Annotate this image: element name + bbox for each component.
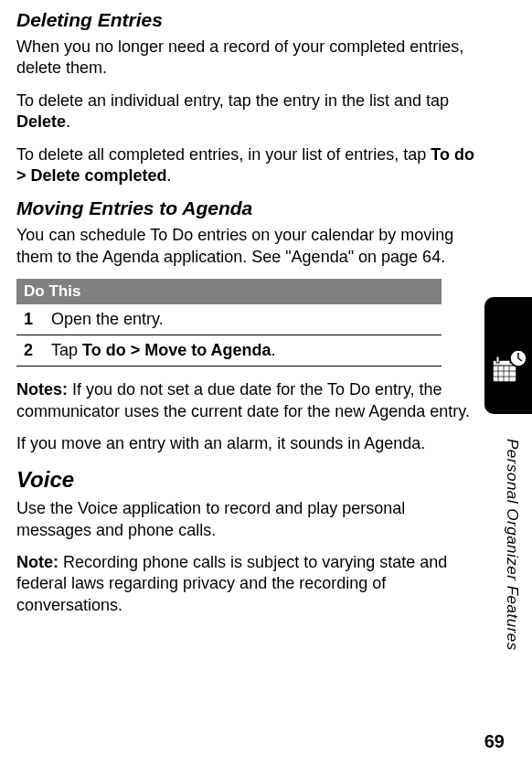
para-delete-individual: To delete an individual entry, tap the e… (16, 90, 478, 133)
heading-moving-entries: Moving Entries to Agenda (16, 197, 478, 219)
text-fragment: To delete all completed entries, in your… (16, 145, 431, 164)
notes-label: Notes: (16, 380, 68, 398)
heading-voice: Voice (16, 467, 478, 493)
para-voice-intro: Use the Voice application to record and … (16, 498, 478, 541)
step-text: Tap To do > Move to Agenda. (44, 335, 442, 367)
para-moving-intro: You can schedule To Do entries on your c… (16, 225, 478, 268)
text-delete-bold: Delete (16, 112, 66, 131)
note-label: Note: (16, 553, 59, 571)
notes-text: If you do not set a due date for the To … (16, 380, 470, 420)
heading-deleting-entries: Deleting Entries (16, 9, 478, 31)
step-number: 1 (16, 304, 44, 335)
steps-table: Do This 1 Open the entry. 2 Tap To do > … (16, 279, 442, 367)
calendar-stopwatch-icon (489, 347, 529, 388)
note-text: Recording phone calls is subject to vary… (16, 553, 447, 614)
vertical-section-label: Personal Organizer Features (503, 439, 521, 651)
page-number: 69 (484, 731, 505, 752)
steps-table-header: Do This (16, 279, 442, 304)
table-row: 1 Open the entry. (16, 304, 442, 335)
table-row: 2 Tap To do > Move to Agenda. (16, 335, 442, 367)
svg-rect-12 (516, 347, 520, 350)
text-fragment: To delete an individual entry, tap the e… (16, 91, 449, 110)
para-alarm-note: If you move an entry with an alarm, it s… (16, 433, 478, 454)
step-text: Open the entry. (44, 304, 442, 335)
para-deleting-intro: When you no longer need a record of your… (16, 37, 478, 80)
text-fragment: . (66, 112, 70, 131)
text-fragment: . (167, 166, 172, 185)
text-move-to-agenda-bold: To do > Move to Agenda (82, 341, 271, 359)
para-voice-note: Note: Recording phone calls is subject t… (16, 552, 478, 616)
text-fragment: Tap (51, 341, 82, 359)
svg-rect-7 (496, 356, 499, 363)
para-delete-completed: To delete all completed entries, in your… (16, 144, 478, 187)
text-fragment: . (271, 341, 276, 359)
step-number: 2 (16, 335, 44, 367)
para-notes: Notes: If you do not set a due date for … (16, 379, 478, 422)
